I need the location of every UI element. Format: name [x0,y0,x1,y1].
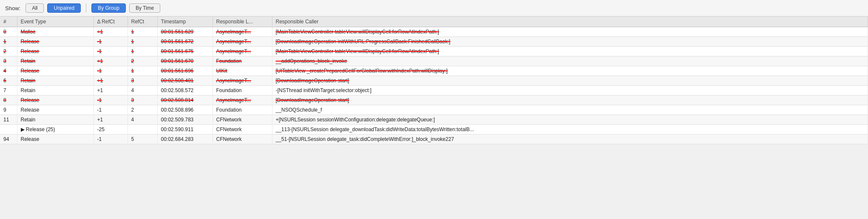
table-row[interactable]: 8Release-1300:02.508.814AsyncImageT...[D… [0,95,868,105]
cell-refct: 1 [128,27,157,37]
cell-num: 4 [0,66,17,76]
col-header-num[interactable]: # [0,17,17,27]
cell-event: ▶ Release (25) [17,125,94,135]
cell-responsible-caller: [MainTableViewController tableView:willD… [272,27,868,37]
cell-timestamp: 00:01.561.629 [157,27,213,37]
separator [86,3,86,13]
table-row[interactable]: 6Retain+1300:02.508.401AsyncImageT...[Do… [0,76,868,86]
cell-timestamp: 00:02.508.814 [157,95,213,105]
cell-responsible-caller: [DownloadImageOperation start] [272,76,868,86]
cell-num: 6 [0,76,17,86]
cell-timestamp: 00:02.590.911 [157,125,213,135]
col-header-event[interactable]: Event Type [17,17,94,27]
btn-all[interactable]: All [26,3,44,13]
cell-responsible-l: AsyncImageT... [213,47,272,56]
cell-refct: 2 [128,56,157,66]
cell-event: Release [17,37,94,47]
cell-delta: -1 [94,66,128,76]
cell-num: 94 [0,135,17,144]
table-row[interactable]: 7Retain+1400:02.508.572Foundation-[NSThr… [0,86,868,95]
col-header-responsible-l[interactable]: Responsible L... [213,17,272,27]
cell-num: 3 [0,56,17,66]
col-header-responsible-caller[interactable]: Responsible Caller [272,17,868,27]
cell-delta: +1 [94,115,128,125]
btn-by-time[interactable]: By Time [129,3,160,13]
table-header: # Event Type Δ RefCt RefCt Timestamp Res… [0,17,868,27]
cell-responsible-caller: [DownloadImageOperation start] [272,95,868,105]
cell-responsible-l: AsyncImageT... [213,27,272,37]
cell-event: Retain [17,115,94,125]
table-row[interactable]: 3Retain+1200:01.561.670Foundation__addOp… [0,56,868,66]
cell-responsible-caller: __addOperations_block_invoke [272,56,868,66]
cell-responsible-caller: -[NSThread initWithTarget:selector:objec… [272,86,868,95]
table-row[interactable]: 9Release-1200:02.508.896Foundation__NSOQ… [0,105,868,115]
cell-responsible-caller: __NSOQSchedule_f [272,105,868,115]
cell-event: Release [17,105,94,115]
cell-timestamp: 00:01.561.675 [157,47,213,56]
cell-event: Release [17,66,94,76]
cell-refct: 3 [128,76,157,86]
table-container: # Event Type Δ RefCt RefCt Timestamp Res… [0,17,868,144]
cell-delta: -1 [94,135,128,144]
cell-timestamp: 00:02.684.283 [157,135,213,144]
cell-num: 11 [0,115,17,125]
cell-delta: -25 [94,125,128,135]
cell-timestamp: 00:01.561.670 [157,56,213,66]
cell-event: Release [17,135,94,144]
cell-delta: +1 [94,76,128,86]
cell-responsible-l: Foundation [213,86,272,95]
cell-responsible-l: CFNetwork [213,125,272,135]
cell-responsible-caller: __113-[NSURLSession delegate_downloadTas… [272,125,868,135]
col-header-timestamp[interactable]: Timestamp [157,17,213,27]
cell-num: 8 [0,95,17,105]
table-row[interactable]: 2Release-1100:01.561.675AsyncImageT...[M… [0,47,868,56]
cell-timestamp: 00:02.508.896 [157,105,213,115]
cell-responsible-l: UIKit [213,66,272,76]
cell-refct: 1 [128,66,157,76]
col-header-refct[interactable]: RefCt [128,17,157,27]
table-row[interactable]: 0Malloc+1100:01.561.629AsyncImageT...[Ma… [0,27,868,37]
cell-refct: 4 [128,86,157,95]
cell-num: 1 [0,37,17,47]
cell-responsible-caller: [UITableView _createPreparedCellForGloba… [272,66,868,76]
cell-event: Retain [17,56,94,66]
cell-timestamp: 00:02.508.572 [157,86,213,95]
cell-num: 7 [0,86,17,95]
table-row[interactable]: 94Release-1500:02.684.283CFNetwork__51-[… [0,135,868,144]
cell-delta: +1 [94,27,128,37]
cell-timestamp: 00:01.561.672 [157,37,213,47]
cell-refct: 3 [128,95,157,105]
cell-delta: +1 [94,56,128,66]
cell-refct: 2 [128,105,157,115]
toolbar: Show: All Unpaired By Group By Time [0,0,868,17]
cell-num [0,125,17,135]
cell-responsible-l: AsyncImageT... [213,37,272,47]
table-row[interactable]: ▶ Release (25)-2500:02.590.911CFNetwork_… [0,125,868,135]
cell-delta: -1 [94,105,128,115]
cell-delta: -1 [94,37,128,47]
cell-responsible-l: Foundation [213,105,272,115]
btn-unpaired[interactable]: Unpaired [47,3,81,13]
cell-event: Retain [17,86,94,95]
cell-event: Release [17,95,94,105]
table-row[interactable]: 1Release-1100:01.561.672AsyncImageT...[D… [0,37,868,47]
cell-num: 9 [0,105,17,115]
cell-delta: -1 [94,95,128,105]
cell-refct: 1 [128,37,157,47]
cell-responsible-l: Foundation [213,56,272,66]
cell-num: 2 [0,47,17,56]
table-row[interactable]: 11Retain+1400:02.509.783CFNetwork+[NSURL… [0,115,868,125]
cell-responsible-caller: [DownloadImageOperation initWithURL:Prog… [272,37,868,47]
btn-by-group[interactable]: By Group [91,3,126,13]
table-row[interactable]: 4Release-1100:01.561.696UIKit[UITableVie… [0,66,868,76]
cell-refct: 1 [128,47,157,56]
cell-refct: 4 [128,115,157,125]
cell-refct [128,125,157,135]
cell-delta: -1 [94,47,128,56]
cell-event: Retain [17,76,94,86]
cell-timestamp: 00:01.561.696 [157,66,213,76]
cell-responsible-caller: [MainTableViewController tableView:willD… [272,47,868,56]
cell-responsible-caller: +[NSURLSession sessionWithConfiguration:… [272,115,868,125]
cell-delta: +1 [94,86,128,95]
col-header-delta[interactable]: Δ RefCt [94,17,128,27]
